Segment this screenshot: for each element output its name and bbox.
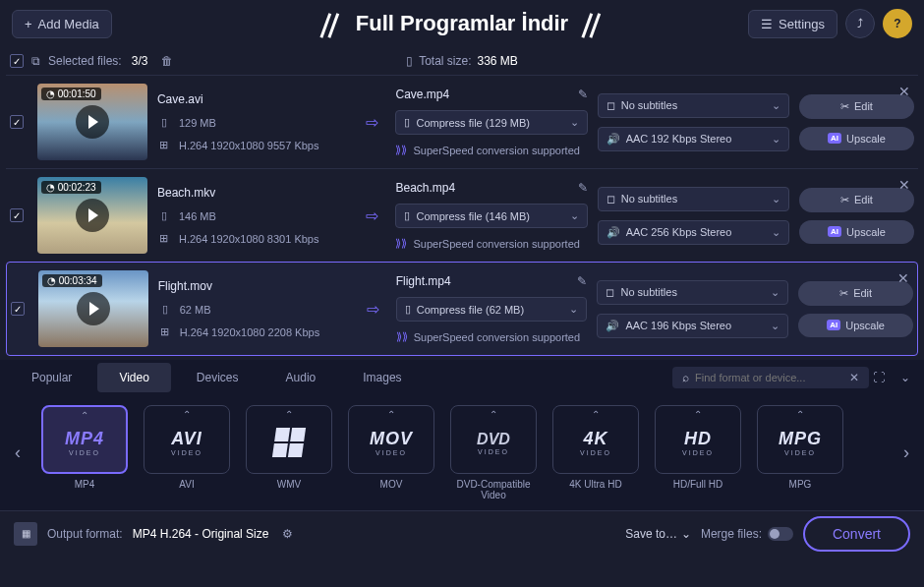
carousel-next-button[interactable]: ›: [895, 424, 918, 483]
help-button[interactable]: ?: [883, 9, 912, 38]
output-filename: Beach.mp4: [395, 181, 455, 195]
edit-button[interactable]: ✂ Edit: [799, 188, 914, 212]
compress-dropdown[interactable]: ▯ Compress file (62 MB) ⌄: [396, 297, 588, 322]
file-checkbox[interactable]: [11, 302, 25, 316]
file-checkbox[interactable]: [10, 115, 24, 129]
convert-button[interactable]: Convert: [803, 516, 910, 552]
format-card: ⌃ MPG VIDEO MPG: [753, 405, 847, 500]
output-format-value: MP4 H.264 - Original Size: [133, 527, 269, 541]
edit-button[interactable]: ✂ Edit: [798, 281, 913, 306]
merge-files-toggle[interactable]: [768, 527, 793, 541]
search-expand-button[interactable]: ⛶: [873, 371, 885, 384]
format-tab-devices[interactable]: Devices: [175, 363, 260, 392]
file-icon: ▯: [157, 116, 171, 129]
convert-arrow-icon: ⇨: [367, 300, 379, 319]
select-all-checkbox[interactable]: [10, 54, 24, 68]
ai-badge-icon: AI: [827, 320, 840, 330]
format-label: MOV: [380, 479, 403, 490]
remove-file-button[interactable]: ✕: [898, 177, 910, 193]
share-button[interactable]: ⤴: [845, 9, 875, 38]
play-button[interactable]: [76, 105, 109, 139]
share-icon: ⤴: [857, 17, 863, 30]
play-button[interactable]: [76, 199, 109, 232]
compress-label: Compress file (62 MB): [417, 304, 524, 316]
format-tab-images[interactable]: Images: [341, 363, 423, 392]
format-card-box[interactable]: ⌃ 4K VIDEO: [552, 405, 639, 474]
file-row[interactable]: ◔ 00:02:23 Beach.mkv ▯ 146 MB ⊞ H.264 19…: [6, 168, 918, 262]
subtitles-label: No subtitles: [621, 99, 677, 111]
carousel-prev-button[interactable]: ‹: [6, 424, 29, 483]
format-logo: AVI: [171, 429, 202, 449]
file-size-row: ▯ 62 MB: [158, 303, 350, 316]
file-info: Cave.avi ▯ 129 MB ⊞ H.264 1920x1080 9557…: [157, 92, 349, 151]
help-icon: ?: [894, 17, 900, 30]
clear-search-button[interactable]: ✕: [849, 371, 859, 384]
subtitles-dropdown[interactable]: ◻ No subtitles ⌄: [597, 280, 788, 305]
subtitles-label: No subtitles: [620, 286, 676, 298]
duration-badge: ◔ 00:02:23: [41, 181, 101, 194]
rename-button[interactable]: ✎: [577, 274, 587, 288]
subtitles-label: No subtitles: [621, 193, 677, 205]
rename-button[interactable]: ✎: [578, 181, 588, 195]
audio-dropdown[interactable]: 🔊 AAC 256 Kbps Stereo ⌄: [598, 220, 789, 245]
format-subtitle: VIDEO: [682, 449, 714, 456]
file-row[interactable]: ◔ 00:01:50 Cave.avi ▯ 129 MB ⊞ H.264 192…: [6, 75, 918, 168]
format-subtitle: VIDEO: [478, 448, 509, 455]
format-tab-audio[interactable]: Audio: [264, 363, 338, 392]
format-cards: ⌃ MP4 VIDEO MP4 ⌃ AVI VIDEO AVI ⌃ WMV ⌃ …: [37, 405, 887, 500]
format-card-box[interactable]: ⌃ MPG VIDEO: [757, 405, 843, 474]
format-card-box[interactable]: ⌃ MP4 VIDEO: [41, 405, 128, 474]
audio-label: AAC 196 Kbps Stereo: [625, 320, 731, 331]
subtitles-dropdown[interactable]: ◻ No subtitles ⌄: [598, 187, 789, 211]
compress-dropdown[interactable]: ▯ Compress file (146 MB) ⌄: [395, 204, 587, 228]
chevron-down-icon: ⌄: [772, 99, 780, 112]
upscale-button[interactable]: AI Upscale: [799, 127, 914, 150]
file-size-row: ▯ 129 MB: [157, 116, 349, 129]
superspeed-label: SuperSpeed conversion supported: [413, 145, 579, 156]
file-thumbnail[interactable]: ◔ 00:01:50: [37, 84, 147, 160]
file-thumbnail[interactable]: ◔ 00:03:34: [38, 270, 148, 347]
file-size: 62 MB: [180, 304, 211, 316]
convert-arrow-icon: ⇨: [366, 113, 378, 132]
format-card-box[interactable]: ⌃ DVD VIDEO: [450, 405, 537, 474]
edit-button[interactable]: ✂ Edit: [799, 94, 914, 119]
format-card: ⌃ AVI VIDEO AVI: [140, 405, 234, 500]
file-codec-row: ⊞ H.264 1920x1080 8301 Kbps: [157, 232, 349, 245]
remove-file-button[interactable]: ✕: [898, 84, 910, 99]
delete-selected-button[interactable]: 🗑: [161, 54, 173, 68]
format-card-box[interactable]: ⌃: [246, 405, 332, 474]
add-media-button[interactable]: + Add Media: [12, 10, 112, 38]
upscale-button[interactable]: AI Upscale: [798, 314, 913, 337]
rename-button[interactable]: ✎: [578, 88, 588, 101]
format-search-input[interactable]: [695, 372, 843, 383]
output-settings-button[interactable]: ⚙: [282, 527, 293, 541]
format-tab-video[interactable]: Video: [97, 363, 170, 392]
format-card-box[interactable]: ⌃ HD VIDEO: [655, 405, 741, 474]
format-subtitle: VIDEO: [580, 449, 611, 456]
file-thumbnail[interactable]: ◔ 00:02:23: [37, 177, 147, 254]
edit-label: Edit: [854, 100, 873, 112]
chevron-down-icon: ⌄: [772, 193, 780, 205]
chevron-up-icon: ⌃: [285, 409, 293, 420]
file-checkbox[interactable]: [10, 208, 24, 222]
codec-icon: ⊞: [158, 325, 172, 338]
settings-button[interactable]: ☰ Settings: [748, 10, 837, 38]
top-bar: + Add Media Full Programlar İndir ☰ Sett…: [0, 0, 924, 47]
upscale-button[interactable]: AI Upscale: [799, 220, 914, 244]
save-to-button[interactable]: Save to… ⌄: [625, 527, 691, 541]
collapse-formats-button[interactable]: ⌄: [896, 367, 914, 388]
add-media-label: Add Media: [38, 17, 99, 31]
format-card-box[interactable]: ⌃ AVI VIDEO: [144, 405, 230, 474]
remove-file-button[interactable]: ✕: [897, 270, 909, 286]
format-card-box[interactable]: ⌃ MOV VIDEO: [348, 405, 434, 474]
audio-dropdown[interactable]: 🔊 AAC 192 Kbps Stereo ⌄: [598, 127, 789, 151]
subtitles-dropdown[interactable]: ◻ No subtitles ⌄: [598, 93, 789, 118]
compress-dropdown[interactable]: ▯ Compress file (129 MB) ⌄: [395, 110, 587, 135]
format-tab-popular[interactable]: Popular: [10, 363, 93, 392]
format-search[interactable]: ⌕ ✕: [672, 367, 869, 388]
audio-dropdown[interactable]: 🔊 AAC 196 Kbps Stereo ⌄: [597, 314, 788, 338]
play-button[interactable]: [77, 292, 110, 325]
codec-icon: ⊞: [157, 139, 171, 151]
selected-files-count: 3/3: [132, 54, 148, 68]
file-row[interactable]: ◔ 00:03:34 Flight.mov ▯ 62 MB ⊞ H.264 19…: [6, 262, 918, 356]
